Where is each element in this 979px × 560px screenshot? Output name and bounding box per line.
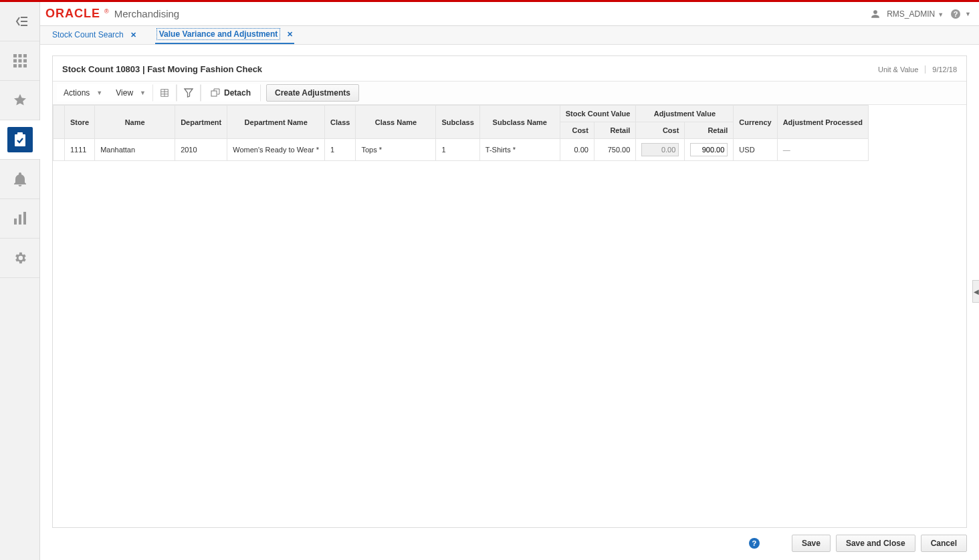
cancel-button[interactable]: Cancel	[921, 535, 967, 552]
filter-button[interactable]	[177, 84, 201, 102]
page-title: Stock Count 10803 | Fast Moving Fashion …	[62, 64, 262, 74]
svg-rect-4	[18, 54, 21, 57]
actions-menu[interactable]: Actions▼	[57, 84, 109, 102]
cell-department: 2010	[175, 139, 227, 161]
chevron-down-icon: ▼	[938, 11, 944, 18]
cell-department-name: Women's Ready to Wear *	[227, 139, 325, 161]
hamburger-icon	[13, 15, 27, 27]
colgroup-stock-count-value[interactable]: Stock Count Value	[560, 106, 636, 122]
svg-rect-5	[23, 54, 27, 57]
tab-label: Value Variance and Adjustment	[156, 28, 281, 40]
svg-rect-7	[18, 59, 21, 63]
page-footer: ? Save Save and Close Cancel	[52, 528, 967, 560]
svg-rect-12	[15, 134, 25, 146]
cell-scv-cost: 0.00	[560, 139, 594, 161]
svg-rect-6	[13, 59, 17, 63]
detach-button[interactable]: Detach	[201, 84, 261, 102]
chevron-down-icon: ▼	[96, 90, 102, 96]
rail-reports[interactable]	[0, 199, 40, 238]
app-header: ORACLE ® Merchandising RMS_ADMIN▼ ? ▼	[40, 2, 979, 26]
cell-name: Manhattan	[95, 139, 175, 161]
col-subclass-name[interactable]: Subclass Name	[479, 106, 560, 139]
cell-class: 1	[325, 139, 356, 161]
rail-favorites[interactable]	[0, 81, 40, 120]
user-name: RMS_ADMIN	[887, 9, 935, 19]
star-icon	[13, 93, 27, 108]
col-currency[interactable]: Currency	[734, 106, 777, 139]
detach-icon	[211, 88, 220, 98]
cell-subclass-name: T-Shirts *	[479, 139, 560, 161]
svg-rect-10	[18, 64, 21, 67]
colgroup-adjustment-value[interactable]: Adjustment Value	[636, 106, 734, 122]
user-icon	[871, 9, 880, 19]
table-toolbar: Actions▼ View▼ Detach Create Adjustments	[53, 81, 966, 105]
tab-label: Stock Count Search	[52, 30, 124, 39]
cell-adj-retail[interactable]	[685, 139, 734, 161]
main-panel: Stock Count 10803 | Fast Moving Fashion …	[52, 55, 967, 528]
svg-rect-8	[23, 59, 27, 63]
cell-adj-cost[interactable]	[636, 139, 685, 161]
top-accent-bar	[0, 0, 979, 2]
svg-rect-11	[23, 64, 27, 67]
user-menu[interactable]: RMS_ADMIN▼	[887, 9, 944, 19]
brand: ORACLE ® Merchandising	[45, 7, 179, 21]
right-panel-toggle[interactable]: ◀	[972, 280, 979, 303]
rail-notifications[interactable]	[0, 160, 40, 198]
svg-rect-16	[23, 212, 26, 225]
clipboard-check-icon	[13, 132, 27, 147]
gear-icon	[13, 251, 27, 265]
svg-text:?: ?	[954, 10, 958, 18]
apps-grid-icon	[13, 54, 27, 67]
rail-apps[interactable]	[0, 41, 40, 80]
col-scv-retail[interactable]: Retail	[594, 122, 635, 139]
tab-value-variance-adjustment[interactable]: Value Variance and Adjustment ✕	[155, 25, 295, 44]
cell-adj-processed: —	[777, 139, 868, 161]
cell-class-name: Tops *	[356, 139, 436, 161]
rail-tasks[interactable]	[0, 120, 40, 159]
col-class-name[interactable]: Class Name	[356, 106, 436, 139]
col-department-name[interactable]: Department Name	[227, 106, 325, 139]
col-adjustment-processed[interactable]: Adjustment Processed	[777, 106, 868, 139]
save-and-close-button[interactable]: Save and Close	[836, 535, 915, 552]
help-menu[interactable]: ? ▼	[950, 9, 971, 19]
workspace-tabs: Stock Count Search ✕ Value Variance and …	[40, 26, 979, 45]
adj-retail-input[interactable]	[690, 143, 728, 156]
cell-subclass: 1	[436, 139, 479, 161]
rail-settings[interactable]	[0, 239, 40, 277]
rail-menu-toggle[interactable]	[0, 2, 40, 41]
product-name: Merchandising	[114, 8, 180, 19]
close-icon[interactable]: ✕	[287, 30, 293, 39]
divider	[925, 65, 926, 74]
col-name[interactable]: Name	[95, 106, 175, 139]
brand-logo: ORACLE	[45, 7, 100, 21]
help-icon: ?	[950, 9, 961, 19]
col-class[interactable]: Class	[325, 106, 356, 139]
adjustments-table: Store Name Department Department Name Cl…	[53, 105, 869, 161]
left-rail	[0, 0, 40, 560]
tab-stock-count-search[interactable]: Stock Count Search ✕	[51, 25, 138, 44]
cell-store: 1111	[65, 139, 95, 161]
svg-rect-3	[13, 54, 17, 57]
col-store[interactable]: Store	[65, 106, 95, 139]
bar-chart-icon	[13, 212, 27, 225]
cell-scv-retail: 750.00	[594, 139, 635, 161]
svg-rect-14	[14, 219, 17, 225]
col-adj-retail[interactable]: Retail	[685, 122, 734, 139]
view-menu[interactable]: View▼	[109, 84, 152, 102]
svg-rect-9	[13, 64, 17, 67]
funnel-icon	[184, 88, 193, 98]
col-department[interactable]: Department	[175, 106, 227, 139]
col-subclass[interactable]: Subclass	[436, 106, 479, 139]
chevron-down-icon: ▼	[965, 11, 971, 17]
table-row[interactable]: 1111 Manhattan 2010 Women's Ready to Wea…	[53, 139, 869, 161]
meta-date: 9/12/18	[932, 65, 957, 74]
create-adjustments-button[interactable]: Create Adjustments	[266, 84, 359, 102]
col-adj-cost[interactable]: Cost	[636, 122, 685, 139]
help-icon[interactable]: ?	[749, 538, 760, 549]
close-icon[interactable]: ✕	[130, 31, 136, 39]
export-button[interactable]	[152, 84, 177, 102]
svg-rect-15	[19, 215, 21, 225]
col-scv-cost[interactable]: Cost	[560, 122, 594, 139]
cell-currency: USD	[734, 139, 777, 161]
save-button[interactable]: Save	[792, 535, 831, 552]
